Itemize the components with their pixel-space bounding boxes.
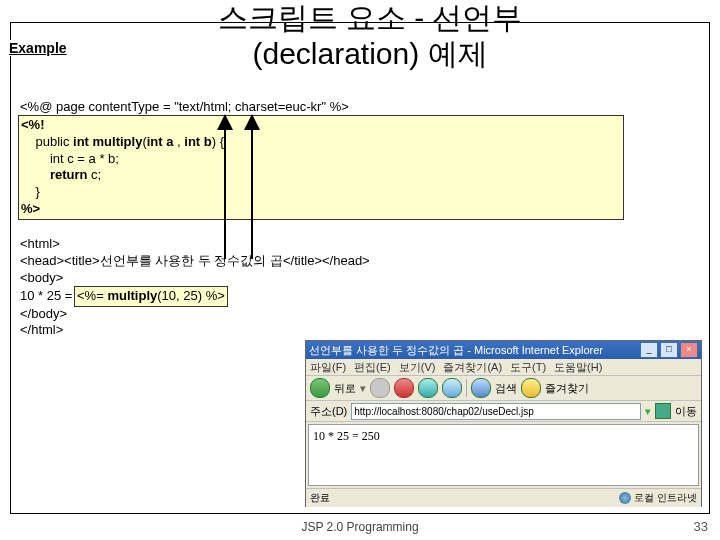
menu-tools[interactable]: 도구(T) — [510, 360, 546, 375]
go-label[interactable]: 이동 — [675, 404, 697, 419]
code-l11b: <%= — [77, 288, 107, 303]
addr-label: 주소(D) — [310, 404, 347, 419]
code-l3d: int a — [147, 134, 174, 149]
code-l11c: multiply — [107, 288, 157, 303]
slide-footer: JSP 2.0 Programming — [0, 520, 720, 534]
browser-viewport: 10 * 25 = 250 — [308, 424, 699, 486]
code-l4: int c = a * b; — [21, 151, 119, 166]
refresh-icon[interactable] — [418, 378, 438, 398]
menu-edit[interactable]: 편집(E) — [354, 360, 391, 375]
back-label[interactable]: 뒤로 — [334, 381, 356, 396]
menu-view[interactable]: 보기(V) — [399, 360, 436, 375]
code-l1: <%@ page contentType = "text/html; chars… — [20, 99, 349, 114]
page-output: 10 * 25 = 250 — [313, 429, 380, 443]
stop-icon[interactable] — [394, 378, 414, 398]
code-l3b: int multiply — [73, 134, 142, 149]
zone-icon — [619, 492, 631, 504]
browser-title: 선언부를 사용한 두 정수값의 곱 - Microsoft Internet E… — [309, 343, 638, 358]
code-l9: <head><title>선언부를 사용한 두 정수값의 곱</title></… — [20, 253, 370, 268]
menu-help[interactable]: 도움말(H) — [554, 360, 602, 375]
code-l12: </body> — [20, 306, 67, 321]
menu-fav[interactable]: 즐겨찾기(A) — [443, 360, 502, 375]
code-l3a: public — [21, 134, 73, 149]
go-button[interactable] — [655, 403, 671, 419]
code-block: <%@ page contentType = "text/html; chars… — [20, 82, 700, 339]
favorites-icon[interactable] — [521, 378, 541, 398]
status-text: 완료 — [310, 491, 619, 505]
code-l7: %> — [21, 201, 40, 216]
url-input[interactable] — [351, 403, 641, 420]
code-l11a: 10 * 25 = — [20, 288, 76, 303]
code-l5a — [21, 167, 50, 182]
page-number: 33 — [694, 519, 708, 534]
browser-titlebar: 선언부를 사용한 두 정수값의 곱 - Microsoft Internet E… — [306, 341, 701, 359]
code-l6: } — [21, 184, 40, 199]
code-l13: </html> — [20, 322, 63, 337]
title-line-2: (declaration) 예제 — [252, 37, 487, 70]
minimize-button[interactable]: _ — [640, 342, 658, 358]
status-bar: 완료 로컬 인트라넷 — [306, 488, 701, 507]
title-line-1: 스크립트 요소 - 선언부 — [218, 1, 523, 34]
example-badge: Example — [5, 40, 71, 56]
code-l5b: return — [50, 167, 88, 182]
code-l8: <html> — [20, 236, 60, 251]
code-l10: <body> — [20, 270, 63, 285]
code-l11d: (10, 25) %> — [157, 288, 225, 303]
code-l3g: ) { — [212, 134, 224, 149]
forward-icon[interactable] — [370, 378, 390, 398]
menu-file[interactable]: 파일(F) — [310, 360, 346, 375]
address-bar: 주소(D) ▾ 이동 — [306, 401, 701, 422]
code-l3e: , — [173, 134, 184, 149]
browser-menubar: 파일(F) 편집(E) 보기(V) 즐겨찾기(A) 도구(T) 도움말(H) — [306, 359, 701, 376]
code-l3f: int b — [184, 134, 211, 149]
browser-window: 선언부를 사용한 두 정수값의 곱 - Microsoft Internet E… — [305, 340, 702, 507]
home-icon[interactable] — [442, 378, 462, 398]
slide-title: 스크립트 요소 - 선언부 (declaration) 예제 — [100, 0, 640, 72]
maximize-button[interactable]: □ — [660, 342, 678, 358]
code-l5c: c; — [87, 167, 101, 182]
zone-label: 로컬 인트라넷 — [634, 491, 697, 505]
search-icon[interactable] — [471, 378, 491, 398]
close-button[interactable]: × — [680, 342, 698, 358]
search-label[interactable]: 검색 — [495, 381, 517, 396]
code-l2: <%! — [21, 117, 44, 132]
browser-toolbar: 뒤로 ▾ 검색 즐겨찾기 — [306, 376, 701, 401]
fav-label[interactable]: 즐겨찾기 — [545, 381, 589, 396]
back-icon[interactable] — [310, 378, 330, 398]
